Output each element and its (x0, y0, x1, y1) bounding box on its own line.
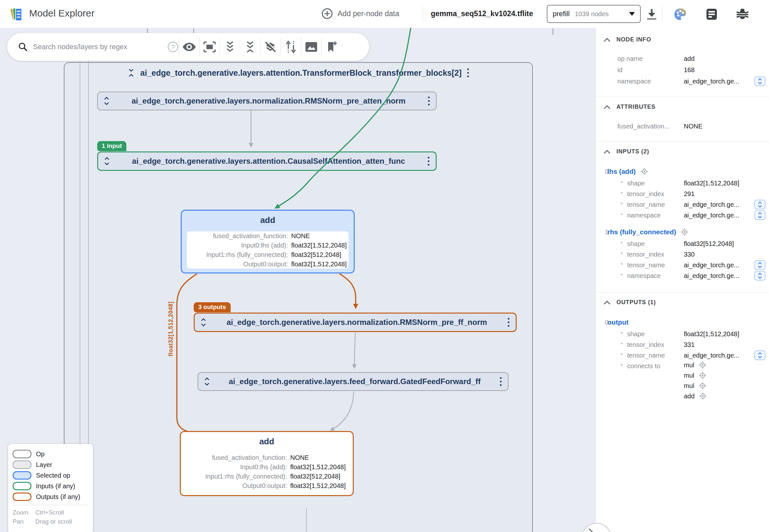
docs-button[interactable] (705, 7, 719, 21)
graph-selector-dropdown[interactable]: prefill 1039 nodes (547, 5, 641, 23)
report-bug-button[interactable] (735, 7, 750, 21)
graph-canvas[interactable]: ai_edge_torch.generative.layers.attentio… (0, 28, 596, 532)
expand-text-button[interactable] (754, 350, 765, 360)
layer-menu-kebab-icon[interactable] (499, 376, 502, 387)
attr-label: fused_activation_function: (187, 232, 291, 240)
legend-item-outputs: Outputs (if any) (13, 493, 93, 501)
legend-divider (13, 505, 88, 505)
item-name[interactable]: rhs (fully_connected) (608, 228, 676, 236)
bullet: • (621, 200, 623, 207)
expand-layer-icon[interactable] (204, 377, 210, 386)
section-header-attributes[interactable]: ATTRIBUTES (604, 104, 656, 110)
toggle-visibility-button[interactable] (179, 37, 199, 57)
row-label: namespace (627, 212, 661, 219)
row-value: 331 (684, 341, 695, 349)
search-help-icon[interactable]: ? (167, 41, 179, 53)
input-count-badge: 1 input (97, 141, 126, 151)
layer-container-title-bar[interactable]: ai_edge_torch.generative.layers.attentio… (64, 64, 533, 82)
op-node-add-selected[interactable]: add fused_activation_function: NONE Inpu… (181, 210, 355, 273)
section-title: INPUTS (2) (617, 148, 649, 155)
layer-node-causal-self-attention[interactable]: ai_edge_torch.generative.layers.attentio… (97, 151, 437, 171)
row-label: connects to (627, 362, 660, 370)
flatten-layers-button[interactable] (261, 37, 281, 57)
add-bookmark-button[interactable] (322, 37, 342, 57)
bullet: • (621, 211, 623, 218)
locate-node-icon[interactable] (699, 382, 707, 390)
bookmark-add-icon (326, 41, 337, 53)
connected-node: add (684, 393, 695, 400)
layer-node-label: ai_edge_torch.generative.layers.normaliz… (114, 96, 423, 105)
row-label: tensor_name (627, 261, 665, 269)
expand-layer-icon[interactable] (201, 318, 206, 327)
trace-input-output-button[interactable] (281, 37, 301, 57)
add-circle-icon (321, 8, 333, 19)
attr-label: Input1:rhs (fully_connected): (187, 250, 291, 259)
input-row-shape: • shape float32[1,512,2048] (596, 180, 769, 189)
legend-item-inputs: Inputs (if any) (13, 482, 93, 490)
expand-text-button[interactable] (754, 76, 765, 86)
selected-op-swatch (13, 471, 31, 480)
locate-node-icon[interactable] (699, 371, 707, 379)
hint-value: Ctrl+Scroll (35, 509, 64, 516)
expand-text-button[interactable] (754, 271, 765, 281)
search-box[interactable]: ? (7, 33, 179, 61)
attr-value: float32[1,512,2048] (291, 260, 349, 268)
row-label: shape (627, 330, 645, 338)
row-value: ai_edge_torch.ge... (684, 261, 739, 269)
fit-screen-icon (204, 41, 216, 52)
locate-node-icon[interactable] (641, 168, 648, 175)
section-header-outputs[interactable]: OUTPUTS (1) (604, 299, 656, 306)
attr-value: NONE (291, 232, 349, 240)
search-input[interactable] (33, 43, 162, 51)
bullet: • (621, 250, 623, 257)
layer-node-rmsnorm-pre-ff-norm[interactable]: ai_edge_torch.generative.layers.normaliz… (194, 313, 517, 332)
pan-hint: Pan Drag or scroll (13, 518, 93, 525)
op-node-add-output[interactable]: add fused_activation_function: NONE Inpu… (180, 431, 354, 496)
expand-all-icon (226, 41, 234, 53)
expand-layer-icon[interactable] (104, 157, 110, 166)
section-header-node-info[interactable]: NODE INFO (604, 36, 651, 43)
row-label: fused_activation... (618, 123, 670, 130)
locate-node-icon[interactable] (699, 392, 707, 400)
locate-node-icon[interactable] (699, 361, 707, 369)
locate-node-icon[interactable] (681, 228, 688, 236)
collapse-all-layers-button[interactable] (240, 37, 260, 57)
row-value: 291 (684, 190, 695, 198)
export-image-button[interactable] (301, 37, 321, 57)
layer-menu-kebab-icon[interactable] (428, 96, 430, 106)
theme-palette-button[interactable] (673, 7, 687, 21)
expand-text-button[interactable] (754, 260, 765, 270)
op-node-attributes: fused_activation_function: NONE Input0:l… (186, 452, 348, 491)
attr-label: Output0:output: (186, 482, 290, 490)
layer-node-gated-feed-forward[interactable]: ai_edge_torch.generative.layers.feed_for… (198, 372, 508, 391)
panel-divider (596, 141, 769, 142)
attr-value: NONE (290, 453, 348, 462)
output-row-tensor-index: • tensor_index 331 (596, 341, 769, 351)
layer-menu-kebab-icon[interactable] (427, 156, 430, 166)
fit-to-screen-button[interactable] (200, 37, 220, 57)
section-collapse-icon (604, 150, 611, 154)
legend-label: Inputs (if any) (36, 482, 75, 490)
item-name[interactable]: output (608, 318, 629, 326)
expand-text-button[interactable] (754, 210, 765, 220)
expand-layer-icon[interactable] (104, 96, 109, 105)
expand-all-layers-button[interactable] (220, 37, 240, 57)
eye-icon (182, 42, 196, 52)
layer-menu-kebab-icon[interactable] (507, 317, 510, 327)
section-header-inputs[interactable]: INPUTS (2) (604, 148, 649, 155)
item-name[interactable]: lhs (add) (608, 168, 636, 175)
row-label: namespace (627, 272, 661, 280)
download-button[interactable] (645, 7, 659, 21)
output-row-tensor-name: • tensor_name ai_edge_torch.ge... (596, 352, 769, 361)
expand-text-button[interactable] (754, 200, 765, 209)
layer-node-rmsnorm-pre-atten-norm[interactable]: ai_edge_torch.generative.layers.normaliz… (97, 92, 437, 110)
attr-value: float32[1,512,2048] (290, 482, 348, 490)
node-details-panel: NODE INFO op name add id 168 namespace a… (596, 28, 769, 532)
attr-label: Input0:lhs (add): (187, 241, 291, 249)
legend-label: Layer (36, 461, 52, 469)
add-per-node-data-button[interactable]: Add per-node data (321, 8, 399, 19)
section-collapse-icon (604, 300, 611, 305)
output-row-connects-to: • connects to (596, 362, 769, 372)
collapse-layer-icon[interactable] (127, 69, 135, 77)
layer-menu-kebab-icon[interactable] (467, 68, 469, 78)
